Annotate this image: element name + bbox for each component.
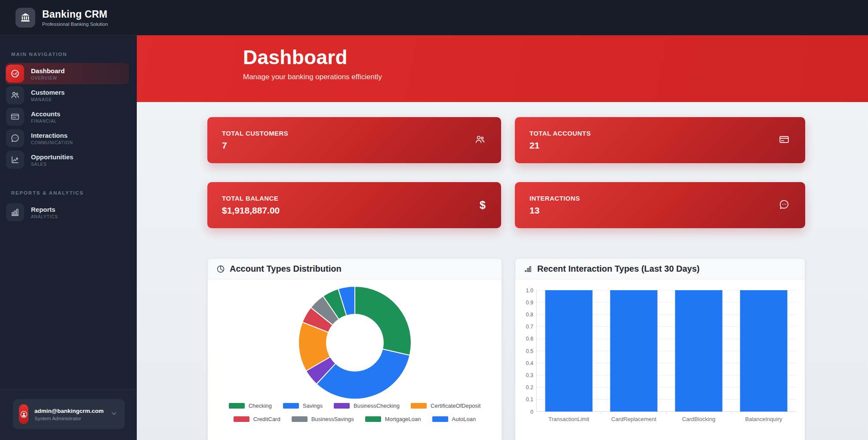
- y-tick-label: 0.1: [526, 397, 533, 403]
- bar-BalanceInquiry[interactable]: [740, 290, 788, 412]
- account-types-distribution-card: Account Types Distribution CheckingSavin…: [207, 258, 502, 440]
- gauge-icon: [6, 65, 24, 83]
- top-bar: Banking CRM Professional Banking Solutio…: [0, 0, 868, 35]
- page-header-banner: Dashboard Manage your banking operations…: [137, 35, 868, 102]
- stat-value: 7: [222, 140, 474, 151]
- recent-interaction-types-card: Recent Interaction Types (Last 30 Days) …: [515, 258, 805, 440]
- y-tick-label: 0.5: [526, 348, 533, 354]
- stat-label: TOTAL CUSTOMERS: [222, 130, 474, 137]
- x-category-label: BalanceInquiry: [745, 416, 782, 422]
- sidebar-item-interactions[interactable]: Interactions COMMUNICATION: [5, 127, 129, 149]
- sidebar: MAIN NAVIGATION Dashboard OVERVIEW Custo…: [0, 35, 137, 440]
- legend-item-BusinessChecking[interactable]: BusinessChecking: [334, 403, 400, 409]
- legend-item-AutoLoan[interactable]: AutoLoan: [432, 416, 476, 422]
- bar-chart-svg: 1.00.90.80.70.60.50.40.30.20.10Transacti…: [519, 286, 802, 428]
- stat-label: INTERACTIONS: [529, 195, 779, 202]
- doughnut-svg: [208, 279, 502, 400]
- legend-swatch: [229, 403, 245, 409]
- sidebar-item-reports[interactable]: Reports ANALYTICS: [5, 201, 129, 223]
- chart-header: Account Types Distribution: [208, 259, 502, 279]
- brand-title: Banking CRM: [42, 9, 108, 20]
- y-tick-label: 1.0: [526, 288, 533, 294]
- app-root: Banking CRM Professional Banking Solutio…: [0, 0, 868, 440]
- bank-icon: [20, 12, 31, 23]
- y-tick-label: 0.8: [526, 312, 533, 318]
- doughnut-chart: CheckingSavingsBusinessCheckingCertifica…: [208, 279, 502, 422]
- sidebar-item-sublabel: COMMUNICATION: [31, 140, 73, 145]
- stat-value: $1,918,887.00: [222, 205, 480, 216]
- chart-header: Recent Interaction Types (Last 30 Days): [515, 259, 805, 279]
- sidebar-item-dashboard[interactable]: Dashboard OVERVIEW: [5, 63, 129, 84]
- sidebar-item-label: Customers: [31, 89, 65, 96]
- stat-card-total-balance: TOTAL BALANCE $1,918,887.00 $: [207, 182, 501, 228]
- x-category-label: CardReplacement: [611, 416, 656, 422]
- legend-swatch: [283, 403, 299, 409]
- users-icon: [474, 134, 486, 147]
- dollar-icon: $: [480, 199, 486, 211]
- chat-icon: [6, 129, 24, 147]
- user-role: System Administrator: [34, 416, 110, 421]
- legend-item-CertificateOfDeposit[interactable]: CertificateOfDeposit: [411, 403, 480, 409]
- y-tick-label: 0.9: [526, 300, 533, 306]
- sidebar-item-accounts[interactable]: Accounts FINANCIAL: [5, 106, 129, 127]
- brand-subtitle: Professional Banking Solution: [42, 22, 108, 27]
- sidebar-item-sublabel: FINANCIAL: [31, 119, 60, 124]
- bar-TransactionLimit[interactable]: [545, 290, 593, 412]
- chevron-down-icon[interactable]: [110, 409, 118, 419]
- legend-label: CreditCard: [253, 416, 280, 422]
- sidebar-section-main-navigation: MAIN NAVIGATION: [0, 35, 137, 63]
- y-tick-label: 0.6: [526, 336, 533, 342]
- legend-item-MortgageLoan[interactable]: MortgageLoan: [365, 416, 421, 422]
- stat-card-total-accounts: TOTAL ACCOUNTS 21: [515, 117, 805, 163]
- credit-card-icon: [779, 134, 790, 147]
- sidebar-item-sublabel: ANALYTICS: [31, 214, 58, 219]
- person-icon: [20, 411, 28, 418]
- legend-swatch: [432, 416, 448, 422]
- y-tick-label: 0.2: [526, 384, 533, 390]
- bar-CardBlocking[interactable]: [675, 290, 723, 412]
- stat-label: TOTAL ACCOUNTS: [529, 130, 779, 137]
- chart-title: Recent Interaction Types (Last 30 Days): [537, 264, 700, 274]
- user-text: admin@bankingcrm.com System Administrato…: [34, 408, 110, 421]
- bank-logo-icon: [15, 8, 35, 28]
- sidebar-section-reports-analytics: REPORTS & ANALYTICS: [0, 170, 137, 201]
- user-menu[interactable]: admin@bankingcrm.com System Administrato…: [13, 399, 125, 429]
- sidebar-item-customers[interactable]: Customers MANAGE: [5, 84, 129, 106]
- stat-value: 21: [529, 140, 779, 151]
- sidebar-item-opportunities[interactable]: Opportunities SALES: [5, 149, 129, 170]
- legend-swatch: [234, 416, 249, 422]
- legend-item-Checking[interactable]: Checking: [229, 403, 272, 409]
- avatar: [19, 404, 28, 424]
- brand-text: Banking CRM Professional Banking Solutio…: [42, 9, 108, 27]
- stat-card-interactions: INTERACTIONS 13: [515, 182, 805, 228]
- sidebar-item-sublabel: MANAGE: [31, 97, 65, 102]
- legend-label: MortgageLoan: [385, 416, 421, 422]
- sidebar-footer: admin@bankingcrm.com System Administrato…: [0, 389, 137, 440]
- stat-label: TOTAL BALANCE: [222, 195, 480, 202]
- legend-item-BusinessSavings[interactable]: BusinessSavings: [292, 416, 354, 422]
- doughnut-segment-Checking[interactable]: [355, 286, 411, 355]
- legend-item-CreditCard[interactable]: CreditCard: [234, 416, 280, 422]
- bar-chart: 1.00.90.80.70.60.50.40.30.20.10Transacti…: [515, 286, 805, 428]
- y-tick-label: 0.3: [526, 372, 533, 378]
- credit-card-icon: [6, 108, 24, 126]
- x-category-label: CardBlocking: [682, 416, 715, 422]
- sidebar-item-label: Opportunities: [31, 153, 73, 161]
- y-tick-label: 0: [530, 409, 533, 415]
- legend-label: Savings: [303, 403, 323, 409]
- legend-label: BusinessChecking: [354, 403, 400, 409]
- sidebar-item-label: Interactions: [31, 132, 73, 139]
- legend-item-Savings[interactable]: Savings: [283, 403, 323, 409]
- page-subtitle: Manage your banking operations efficient…: [243, 73, 868, 81]
- stat-card-total-customers: TOTAL CUSTOMERS 7: [207, 117, 501, 163]
- users-icon: [6, 86, 24, 104]
- chart-legend: CheckingSavingsBusinessCheckingCertifica…: [208, 403, 502, 422]
- y-tick-label: 0.4: [526, 360, 533, 366]
- legend-label: CertificateOfDeposit: [431, 403, 480, 409]
- legend-label: BusinessSavings: [311, 416, 354, 422]
- sidebar-item-sublabel: SALES: [31, 162, 73, 167]
- legend-swatch: [334, 403, 350, 409]
- legend-swatch: [411, 403, 427, 409]
- bar-CardReplacement[interactable]: [610, 290, 658, 412]
- legend-label: AutoLoan: [452, 416, 476, 422]
